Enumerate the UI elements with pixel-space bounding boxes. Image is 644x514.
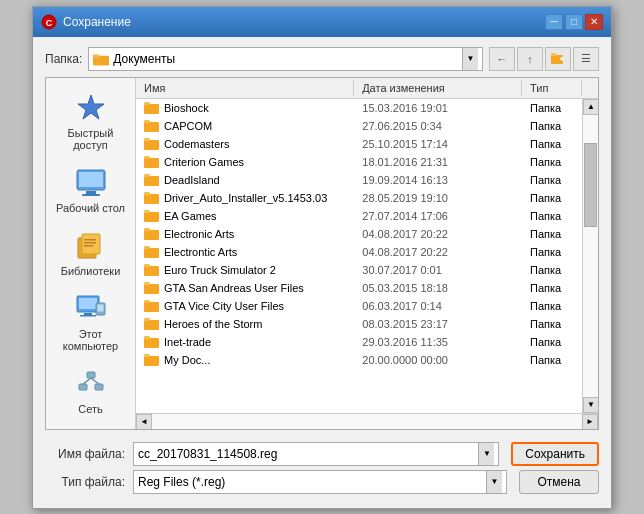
filetype-input[interactable] [138,475,486,489]
svg-rect-33 [144,140,159,150]
file-date: 20.00.0000 00:00 [354,353,522,367]
column-header-date[interactable]: Дата изменения [354,80,522,96]
svg-rect-16 [84,242,96,244]
svg-rect-15 [84,239,96,241]
filetype-input-combo[interactable]: ▼ [133,470,507,494]
file-name: Heroes of the Storm [164,318,262,330]
new-folder-button[interactable] [545,47,571,71]
file-type: Папка [522,119,582,133]
folder-label: Папка: [45,52,82,66]
column-header-type[interactable]: Тип [522,80,582,96]
column-header-name[interactable]: Имя [136,80,354,96]
svg-rect-43 [144,230,159,240]
svg-rect-49 [144,284,159,294]
scroll-up-button[interactable]: ▲ [583,99,598,115]
maximize-button[interactable]: □ [565,14,583,30]
sidebar-item-desktop[interactable]: Рабочий стол [46,159,135,222]
table-row[interactable]: Heroes of the Storm 08.03.2015 23:17 Пап… [136,315,582,333]
sidebar-label-libraries: Библиотеки [61,265,121,277]
up-button[interactable]: ↑ [517,47,543,71]
table-row[interactable]: EA Games 27.07.2014 17:06 Папка [136,207,582,225]
svg-rect-7 [561,56,563,60]
file-type: Папка [522,227,582,241]
scroll-track[interactable] [583,115,598,397]
new-folder-icon [551,52,565,66]
svg-line-27 [83,378,91,384]
file-list-scroll[interactable]: Bioshock 15.03.2016 19:01 Папка CAPCOM 2… [136,99,582,413]
table-row[interactable]: CAPCOM 27.06.2015 0:34 Папка [136,117,582,135]
filename-combo-arrow[interactable]: ▼ [478,443,494,465]
folder-icon [144,155,160,169]
file-name: Electronic Arts [164,228,234,240]
file-type: Папка [522,263,582,277]
sidebar-item-quick-access[interactable]: Быстрый доступ [46,84,135,159]
quick-access-icon [76,93,106,123]
sidebar-item-this-pc[interactable]: Этот компьютер [46,285,135,360]
svg-rect-25 [79,384,87,390]
hscroll-track[interactable] [152,414,582,429]
svg-rect-52 [144,300,150,303]
filename-input-combo[interactable]: ▼ [133,442,499,466]
file-date: 06.03.2017 0:14 [354,299,522,313]
table-row[interactable]: Bioshock 15.03.2016 19:01 Папка [136,99,582,117]
file-name: Euro Truck Simulator 2 [164,264,276,276]
table-row[interactable]: My Doc... 20.00.0000 00:00 Папка [136,351,582,369]
file-date: 25.10.2015 17:14 [354,137,522,151]
sidebar-item-network[interactable]: Сеть [46,360,135,423]
table-row[interactable]: Driver_Auto_Installer_v5.1453.03 28.05.2… [136,189,582,207]
filename-input[interactable] [138,447,478,461]
sidebar-label-quick-access: Быстрый доступ [50,127,131,151]
folder-icon [144,191,160,205]
current-folder-text: Документы [113,52,458,66]
table-row[interactable]: Electronic Arts 04.08.2017 20:22 Папка [136,225,582,243]
svg-rect-19 [79,298,97,309]
view-button[interactable]: ☰ [573,47,599,71]
table-row[interactable]: Electrontic Arts 04.08.2017 20:22 Папка [136,243,582,261]
minimize-button[interactable]: ─ [545,14,563,30]
svg-rect-41 [144,212,159,222]
table-row[interactable]: GTA San Andreas User Files 05.03.2015 18… [136,279,582,297]
file-type: Папка [522,155,582,169]
back-button[interactable]: ← [489,47,515,71]
table-row[interactable]: DeadIsland 19.09.2014 16:13 Папка [136,171,582,189]
scroll-down-button[interactable]: ▼ [583,397,598,413]
table-row[interactable]: Euro Truck Simulator 2 30.07.2017 0:01 П… [136,261,582,279]
table-row[interactable]: GTA Vice City User Files 06.03.2017 0:14… [136,297,582,315]
svg-rect-57 [144,356,159,366]
file-name: Electrontic Arts [164,246,237,258]
folder-icon [144,281,160,295]
file-name: Codemasters [164,138,229,150]
file-date: 15.03.2016 19:01 [354,101,522,115]
file-name: GTA San Andreas User Files [164,282,304,294]
horizontal-scrollbar[interactable]: ◄ ► [136,413,598,429]
libraries-icon [76,232,106,260]
cancel-button[interactable]: Отмена [519,470,599,494]
file-type: Папка [522,191,582,205]
file-date: 05.03.2015 18:18 [354,281,522,295]
folder-combobox[interactable]: Документы ▼ [88,47,483,71]
folder-combo-arrow[interactable]: ▼ [462,48,478,70]
table-row[interactable]: Criterion Games 18.01.2016 21:31 Папка [136,153,582,171]
main-area: Быстрый доступ Рабочий стол [45,77,599,430]
dialog-body: Папка: Документы ▼ ← ↑ [33,37,611,508]
file-date: 30.07.2017 0:01 [354,263,522,277]
folder-icon [144,227,160,241]
file-type: Папка [522,245,582,259]
filetype-combo-arrow[interactable]: ▼ [486,471,502,493]
hscroll-right-button[interactable]: ► [582,414,598,429]
table-row[interactable]: Codemasters 25.10.2015 17:14 Папка [136,135,582,153]
vertical-scrollbar[interactable]: ▲ ▼ [582,99,598,413]
svg-rect-20 [84,313,92,315]
file-date: 18.01.2016 21:31 [354,155,522,169]
save-button[interactable]: Сохранить [511,442,599,466]
svg-rect-21 [80,315,96,317]
hscroll-left-button[interactable]: ◄ [136,414,152,429]
scroll-thumb[interactable] [584,143,597,228]
close-button[interactable]: ✕ [585,14,603,30]
svg-rect-32 [144,120,150,123]
title-bar: C Сохранение ─ □ ✕ [33,7,611,37]
table-row[interactable]: Inet-trade 29.03.2016 11:35 Папка [136,333,582,351]
svg-rect-12 [82,194,100,196]
svg-rect-50 [144,282,150,285]
sidebar-item-libraries[interactable]: Библиотеки [46,222,135,285]
